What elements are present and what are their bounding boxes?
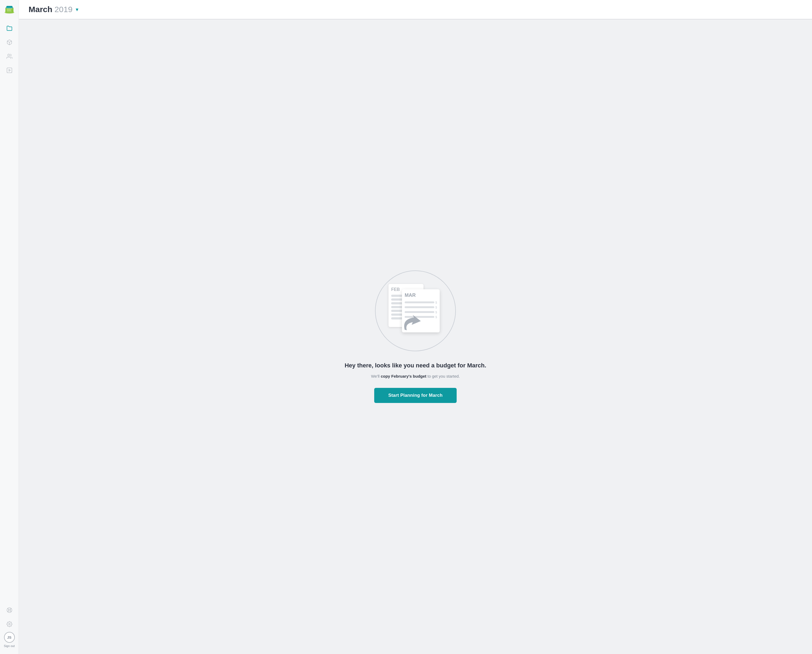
subtext-bold: copy February's budget (381, 374, 426, 379)
sidebar-bottom: JS Sign out (3, 604, 15, 648)
sidebar-item-budget[interactable] (3, 22, 15, 35)
sidebar: JS Sign out (0, 0, 19, 654)
month-picker-chevron[interactable]: ▾ (76, 6, 78, 13)
illustration-inner: FEB MAR $ (386, 281, 445, 341)
svg-marker-10 (9, 69, 11, 71)
svg-line-16 (10, 608, 11, 609)
svg-line-17 (8, 611, 9, 612)
empty-state-content: FEB MAR $ (19, 19, 812, 654)
svg-line-13 (8, 608, 9, 610)
sidebar-item-accounts[interactable] (3, 50, 15, 63)
subtext-plain2: to get you started. (427, 374, 460, 379)
svg-rect-5 (7, 10, 11, 10)
header-month: March (29, 5, 52, 14)
header-title: March 2019 ▾ (29, 5, 802, 14)
sidebar-item-help[interactable] (3, 604, 15, 616)
sidebar-nav (0, 22, 18, 604)
svg-rect-4 (7, 9, 12, 9)
main-area: March 2019 ▾ FEB (19, 0, 812, 654)
empty-state-headline: Hey there, looks like you need a budget … (344, 362, 486, 369)
start-planning-button[interactable]: Start Planning for March (374, 388, 457, 403)
svg-line-14 (10, 611, 11, 612)
empty-state-subtext: We'll copy February's budget to get you … (371, 373, 460, 379)
mar-row-2: $ (405, 306, 437, 309)
avatar[interactable]: JS (4, 632, 15, 643)
svg-rect-3 (6, 6, 12, 8)
header: March 2019 ▾ (19, 0, 812, 19)
sidebar-item-reports[interactable] (3, 64, 15, 76)
sidebar-item-envelope[interactable] (3, 36, 15, 49)
svg-rect-6 (7, 11, 12, 11)
svg-point-18 (9, 623, 10, 625)
mar-row-1: $ (405, 301, 437, 304)
sidebar-item-settings[interactable] (3, 618, 15, 630)
subtext-plain1: We'll (371, 374, 381, 379)
app-logo[interactable] (3, 3, 15, 15)
illustration-circle: FEB MAR $ (375, 270, 456, 351)
header-year: 2019 (54, 5, 72, 14)
svg-point-8 (8, 54, 9, 56)
sign-out-button[interactable]: Sign out (4, 644, 15, 648)
svg-rect-9 (7, 68, 12, 73)
copy-arrow-icon (399, 313, 424, 335)
mar-label: MAR (405, 292, 437, 298)
